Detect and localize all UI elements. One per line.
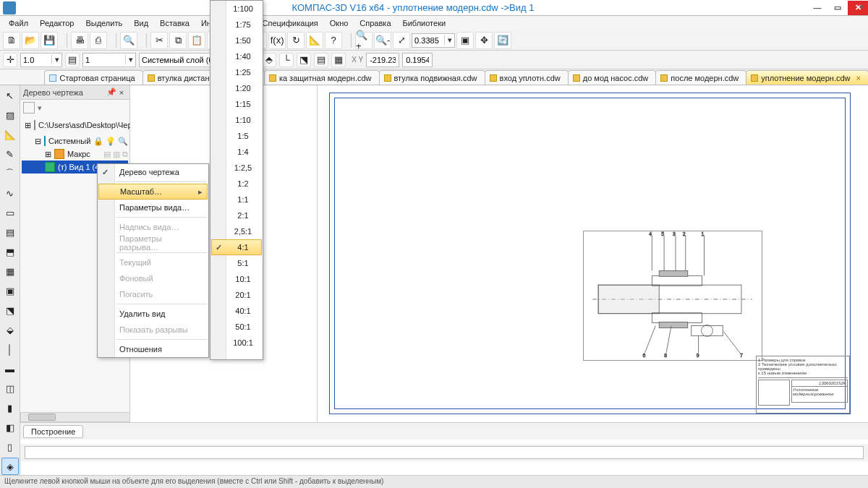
- close-panel-icon[interactable]: ×: [116, 88, 127, 97]
- zoom-window-icon[interactable]: ▣: [456, 32, 474, 49]
- scale-option[interactable]: 1:10: [210, 112, 263, 128]
- scale-combo[interactable]: ▾: [20, 53, 62, 67]
- scale-option[interactable]: 1:15: [210, 96, 263, 112]
- scale-option[interactable]: 1:2: [210, 176, 263, 192]
- cursor-plus-icon[interactable]: ▤: [314, 53, 328, 67]
- zoom-input[interactable]: [412, 34, 444, 47]
- paste-icon[interactable]: 📋: [188, 32, 205, 49]
- coord-icon[interactable]: ▦: [331, 53, 346, 67]
- scale-option[interactable]: 20:1: [210, 287, 263, 303]
- bulb-icon[interactable]: 💡: [106, 137, 116, 146]
- command-input[interactable]: [25, 446, 864, 459]
- doc2-icon[interactable]: ▥: [113, 150, 120, 159]
- menu-Вставка[interactable]: Вставка: [154, 17, 195, 29]
- scale-option[interactable]: 2,5:1: [210, 223, 263, 239]
- coord-y-input[interactable]: [402, 53, 433, 67]
- doc-tab[interactable]: уплотнение модерн.cdw×: [746, 70, 868, 85]
- rail-tool-12[interactable]: ⬙: [1, 321, 19, 338]
- pin-icon[interactable]: 📌: [106, 87, 116, 97]
- scale-option[interactable]: 1:4: [210, 144, 263, 160]
- rail-tool-6[interactable]: ▭: [1, 204, 19, 221]
- tree-mode-icon[interactable]: [23, 102, 35, 114]
- zoom-combo[interactable]: ▾: [412, 33, 455, 48]
- save-icon[interactable]: 💾: [41, 32, 58, 49]
- menu-Библиотеки[interactable]: Библиотеки: [397, 17, 452, 29]
- chevron-down-icon[interactable]: ▾: [125, 55, 135, 64]
- menu-Файл[interactable]: Файл: [3, 17, 34, 29]
- new-doc-icon[interactable]: 🗎: [3, 32, 20, 49]
- rail-tool-15[interactable]: ◫: [1, 380, 19, 397]
- ortho-icon[interactable]: └: [279, 53, 294, 67]
- count-input[interactable]: [83, 53, 125, 67]
- menu-item[interactable]: Дерево чертежа: [98, 164, 208, 180]
- doc-tab[interactable]: ка защитная модерн.cdw: [264, 70, 380, 85]
- rail-tool-0[interactable]: ↖: [1, 87, 19, 104]
- pan-icon[interactable]: ✥: [475, 32, 493, 49]
- doc-tab[interactable]: после модерн.cdw: [655, 70, 746, 85]
- scale-option[interactable]: 1:40: [210, 48, 263, 64]
- rail-tool-11[interactable]: ⬔: [1, 301, 19, 319]
- menu-Редактор[interactable]: Редактор: [34, 17, 80, 29]
- print-preview-icon[interactable]: ⎙: [90, 32, 107, 49]
- fx-icon[interactable]: f(x): [268, 32, 286, 49]
- scale-option[interactable]: 5:1: [210, 255, 263, 271]
- scale-option[interactable]: 4:1: [211, 239, 262, 255]
- scale-option[interactable]: 1:1: [210, 192, 263, 207]
- rail-tool-18[interactable]: ▯: [1, 438, 19, 455]
- doc-tab[interactable]: Стартовая страница: [44, 70, 142, 85]
- tree-item[interactable]: ⊟ Системный 🔒 💡 🔍: [22, 134, 128, 147]
- menu-Выделить[interactable]: Выделить: [80, 17, 128, 29]
- doc-icon[interactable]: ▤: [103, 150, 111, 159]
- zoom-fit-icon[interactable]: ⤢: [393, 32, 410, 49]
- rail-tool-19[interactable]: ◈: [1, 458, 19, 475]
- chevron-down-icon[interactable]: ▾: [51, 55, 61, 64]
- count-combo[interactable]: ▾: [82, 53, 136, 67]
- scale-option[interactable]: 1:50: [210, 33, 263, 48]
- rail-tool-4[interactable]: ⌒: [1, 165, 19, 182]
- scale-option[interactable]: 1:5: [210, 128, 263, 144]
- rail-tool-9[interactable]: ▦: [1, 262, 19, 280]
- rail-tool-13[interactable]: │: [1, 341, 19, 358]
- scale-option[interactable]: 1:25: [210, 64, 263, 80]
- tree-item[interactable]: ⊞ Макрс ▤ ▥ ⧉: [22, 147, 128, 160]
- lock-icon[interactable]: 🔒: [93, 137, 103, 146]
- rail-tool-3[interactable]: ✎: [1, 145, 19, 163]
- drawing-view[interactable]: 4 5 3 2 1 6 8 9 7: [583, 231, 762, 361]
- chevron-down-icon[interactable]: ▾: [38, 103, 42, 113]
- scale-option[interactable]: 40:1: [210, 303, 263, 319]
- zoom-area-icon[interactable]: 🔍: [120, 32, 137, 49]
- minimize-button[interactable]: —: [807, 1, 827, 15]
- menu-Вид[interactable]: Вид: [128, 17, 154, 29]
- coord-x-input[interactable]: [366, 53, 399, 67]
- scale-option[interactable]: 1:100: [210, 1, 263, 17]
- rail-tool-5[interactable]: ∿: [1, 184, 19, 202]
- scale-option[interactable]: 1:20: [210, 80, 263, 96]
- close-button[interactable]: ✕: [848, 1, 868, 15]
- help-icon[interactable]: ?: [325, 32, 342, 49]
- copy-icon[interactable]: ⧉: [169, 32, 187, 49]
- tab-close-icon[interactable]: ×: [856, 74, 861, 82]
- menu-item[interactable]: Отношения: [98, 341, 208, 357]
- doc-tab[interactable]: до мод насос.cdw: [568, 70, 657, 85]
- doc-tab[interactable]: втулка подвижная.cdw: [379, 70, 485, 85]
- rail-tool-8[interactable]: ⬒: [1, 243, 19, 260]
- doc-tab[interactable]: вход уплотн.cdw: [485, 70, 569, 85]
- snap-global-icon[interactable]: ⬘: [262, 53, 276, 67]
- scale-option[interactable]: 2:1: [210, 207, 263, 223]
- scale-option[interactable]: 50:1: [210, 319, 263, 335]
- scale-option[interactable]: 100:1: [210, 335, 263, 351]
- rail-tool-2[interactable]: 📐: [1, 126, 19, 143]
- open-icon[interactable]: 📂: [22, 32, 39, 49]
- scale-option[interactable]: 1:2,5: [210, 160, 263, 176]
- menu-Спецификация[interactable]: Спецификация: [257, 17, 324, 29]
- scale-option[interactable]: 10:1: [210, 271, 263, 287]
- menu-item[interactable]: Удалить вид: [98, 306, 208, 322]
- menu-item[interactable]: Параметры вида…: [98, 200, 208, 215]
- tree-path[interactable]: ⊞ C:\Users\asd\Desktop\Черте: [22, 119, 128, 132]
- rail-tool-17[interactable]: ◧: [1, 419, 19, 436]
- rail-tool-7[interactable]: ▤: [1, 223, 19, 241]
- maximize-button[interactable]: ▭: [827, 1, 848, 15]
- scale-option[interactable]: 1:75: [210, 17, 263, 33]
- chevron-down-icon[interactable]: ▾: [444, 35, 454, 45]
- round-icon[interactable]: ⬔: [297, 53, 311, 67]
